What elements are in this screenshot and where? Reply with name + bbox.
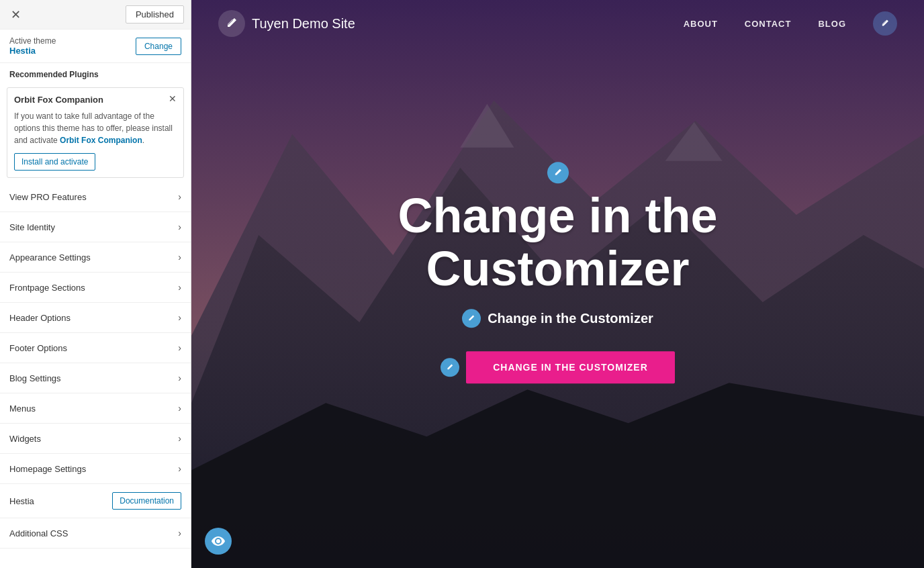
sidebar-item-footer-options[interactable]: Footer Options › <box>0 333 191 363</box>
chevron-right-icon: › <box>178 528 181 538</box>
recommended-plugins-header: Recommended Plugins <box>0 63 191 83</box>
nav-about[interactable]: ABOUT <box>684 19 718 29</box>
hero-title-edit-icon[interactable] <box>547 162 569 183</box>
site-name: Tuyen Demo Site <box>252 16 355 32</box>
nav-contact[interactable]: CONTACT <box>745 19 792 29</box>
sidebar-item-site-identity[interactable]: Site Identity › <box>0 212 191 242</box>
close-button[interactable]: ✕ <box>7 6 25 23</box>
plugin-description: If you want to take full advantage of th… <box>14 110 177 146</box>
sidebar-item-additional-css[interactable]: Additional CSS › <box>0 518 191 549</box>
site-logo: Tuyen Demo Site <box>218 10 355 37</box>
install-activate-button[interactable]: Install and activate <box>14 153 95 171</box>
plugin-card: ✕ Orbit Fox Companion If you want to tak… <box>7 87 184 178</box>
chevron-right-icon: › <box>178 312 181 323</box>
change-theme-button[interactable]: Change <box>136 38 181 55</box>
logo-icon <box>218 10 245 37</box>
sidebar-item-menus[interactable]: Menus › <box>0 393 191 424</box>
chevron-right-icon: › <box>178 433 181 444</box>
chevron-right-icon: › <box>178 373 181 383</box>
theme-info: Active theme Hestia <box>9 36 56 56</box>
preview-eye-button[interactable] <box>205 528 232 555</box>
site-navbar: Tuyen Demo Site ABOUT CONTACT BLOG <box>191 0 924 47</box>
documentation-button[interactable]: Documentation <box>112 492 181 510</box>
theme-section: Active theme Hestia Change <box>0 30 191 63</box>
chevron-right-icon: › <box>178 342 181 353</box>
hero-cta-edit-icon[interactable] <box>441 359 459 377</box>
theme-name: Hestia <box>9 46 56 56</box>
nav-blog[interactable]: BLOG <box>818 19 846 29</box>
plugin-link[interactable]: Orbit Fox Companion <box>60 136 142 145</box>
sidebar-item-frontpage-sections[interactable]: Frontpage Sections › <box>0 273 191 303</box>
hero-section: Change in the Customizer Change in the C… <box>323 162 793 383</box>
customizer-sidebar: ✕ Published Active theme Hestia Change R… <box>0 0 191 568</box>
sidebar-item-view-pro[interactable]: View PRO Features › <box>0 182 191 212</box>
plugin-name: Orbit Fox Companion <box>14 95 177 105</box>
hero-cta-row: CHANGE IN THE CUSTOMIZER <box>323 352 793 384</box>
hero-subtitle-edit-icon[interactable] <box>462 310 481 328</box>
hero-cta-button[interactable]: CHANGE IN THE CUSTOMIZER <box>466 352 675 384</box>
chevron-right-icon: › <box>178 463 181 474</box>
hestia-row: Hestia Documentation <box>0 484 191 518</box>
site-preview: Tuyen Demo Site ABOUT CONTACT BLOG Chang… <box>191 0 924 568</box>
sidebar-scroll-area: Recommended Plugins ✕ Orbit Fox Companio… <box>0 63 191 568</box>
hero-subtitle: Change in the Customizer <box>488 311 653 326</box>
nav-edit-icon[interactable] <box>873 11 897 36</box>
sidebar-item-blog-settings[interactable]: Blog Settings › <box>0 363 191 393</box>
sidebar-item-widgets[interactable]: Widgets › <box>0 424 191 454</box>
site-nav-links: ABOUT CONTACT BLOG <box>684 11 897 36</box>
published-button[interactable]: Published <box>126 5 184 23</box>
sidebar-item-header-options[interactable]: Header Options › <box>0 303 191 333</box>
theme-label: Active theme <box>9 36 56 46</box>
plugin-dismiss-button[interactable]: ✕ <box>166 92 179 105</box>
sidebar-item-homepage-settings[interactable]: Homepage Settings › <box>0 454 191 484</box>
chevron-right-icon: › <box>178 222 181 232</box>
sidebar-topbar: ✕ Published <box>0 0 191 30</box>
hero-title: Change in the Customizer <box>323 189 793 295</box>
hero-subtitle-row: Change in the Customizer <box>323 310 793 328</box>
chevron-right-icon: › <box>178 191 181 202</box>
sidebar-item-appearance-settings[interactable]: Appearance Settings › <box>0 242 191 273</box>
chevron-right-icon: › <box>178 282 181 293</box>
chevron-right-icon: › <box>178 403 181 414</box>
hestia-label: Hestia <box>9 496 34 506</box>
chevron-right-icon: › <box>178 252 181 263</box>
